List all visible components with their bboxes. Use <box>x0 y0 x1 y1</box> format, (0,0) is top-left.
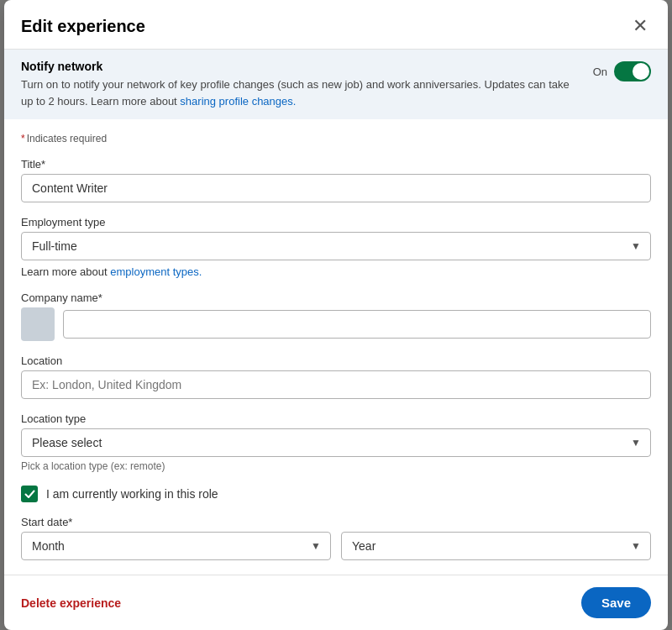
notify-text-area: Notify network Turn on to notify your ne… <box>21 60 576 109</box>
currently-working-group: I am currently working in this role <box>21 486 651 502</box>
currently-working-checkbox[interactable] <box>21 486 38 502</box>
title-input[interactable] <box>21 174 651 202</box>
toggle-label-text: On <box>593 66 607 78</box>
start-date-group: Start date* Month January February March… <box>21 516 651 560</box>
employment-type-label: Employment type <box>21 216 651 228</box>
delete-experience-button[interactable]: Delete experience <box>21 593 121 613</box>
modal-body: *Indicates required Title* Employment ty… <box>4 119 668 575</box>
employment-link-text: Learn more about employment types. <box>21 265 651 278</box>
location-hint: Pick a location type (ex: remote) <box>21 460 651 472</box>
notify-title: Notify network <box>21 60 576 73</box>
required-star: * <box>21 133 25 144</box>
location-group: Location <box>21 354 651 399</box>
save-button[interactable]: Save <box>581 587 651 618</box>
company-name-group: Company name* <box>21 291 651 341</box>
month-select[interactable]: Month January February March April May J… <box>21 532 331 560</box>
sharing-profile-changes-link[interactable]: sharing profile changes. <box>180 95 296 108</box>
location-type-select[interactable]: Please select On-site Hybrid Remote <box>21 428 651 457</box>
notify-toggle[interactable] <box>614 61 651 81</box>
modal-overlay: Edit experience ✕ Notify network Turn on… <box>0 0 672 630</box>
employment-type-group: Employment type Full-time Part-time Self… <box>21 216 651 278</box>
employment-type-select[interactable]: Full-time Part-time Self-employed Freela… <box>21 232 651 260</box>
company-name-input[interactable] <box>63 310 651 339</box>
location-label: Location <box>21 354 651 367</box>
edit-experience-modal: Edit experience ✕ Notify network Turn on… <box>4 0 668 630</box>
currently-working-label: I am currently working in this role <box>46 487 218 501</box>
notify-toggle-area: On <box>593 61 651 81</box>
modal-title: Edit experience <box>21 17 145 36</box>
employment-types-link[interactable]: employment types. <box>110 265 202 278</box>
company-logo-placeholder <box>21 307 55 341</box>
modal-header: Edit experience ✕ <box>4 0 668 50</box>
title-group: Title* <box>21 158 651 202</box>
toggle-track <box>614 61 651 81</box>
title-label: Title* <box>21 158 651 171</box>
location-type-group: Location type Please select On-site Hybr… <box>21 412 651 472</box>
notify-description: Turn on to notify your network of key pr… <box>21 76 576 109</box>
date-row: Month January February March April May J… <box>21 532 651 560</box>
toggle-thumb <box>633 63 649 80</box>
start-date-label: Start date* <box>21 516 651 528</box>
notify-section: Notify network Turn on to notify your ne… <box>4 50 668 119</box>
required-note: *Indicates required <box>21 133 651 144</box>
employment-link-prefix: Learn more about <box>21 265 108 278</box>
year-select-wrapper: Year 2024 2023 2022 2021 2020 2019 2018 … <box>341 532 651 560</box>
location-input[interactable] <box>21 370 651 399</box>
required-note-text: Indicates required <box>27 133 107 144</box>
checkmark-icon <box>24 489 35 500</box>
year-select[interactable]: Year 2024 2023 2022 2021 2020 2019 2018 … <box>341 532 651 560</box>
location-type-label: Location type <box>21 412 651 425</box>
company-row <box>21 307 651 341</box>
modal-footer: Delete experience Save <box>4 575 668 630</box>
close-button[interactable]: ✕ <box>629 13 651 39</box>
location-type-select-wrapper: Please select On-site Hybrid Remote ▼ <box>21 428 651 457</box>
month-select-wrapper: Month January February March April May J… <box>21 532 331 560</box>
company-name-label: Company name* <box>21 291 651 304</box>
employment-type-select-wrapper: Full-time Part-time Self-employed Freela… <box>21 232 651 260</box>
